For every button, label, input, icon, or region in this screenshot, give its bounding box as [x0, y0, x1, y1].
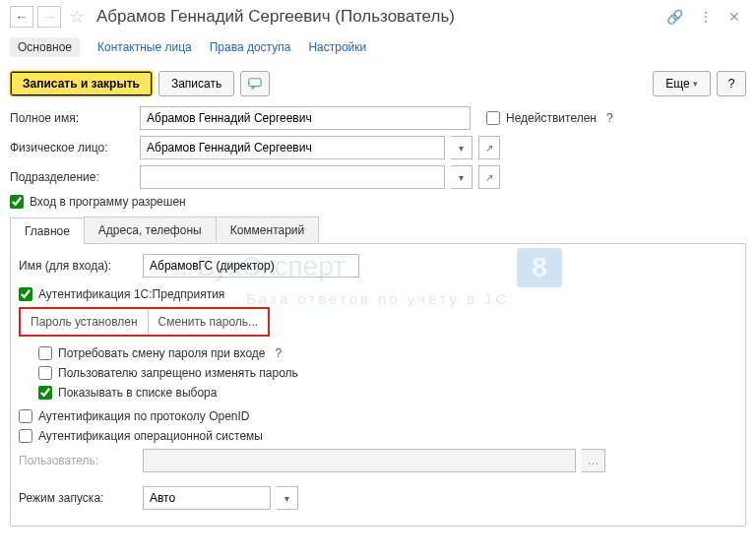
inactive-label: Недействителен: [506, 111, 597, 125]
dept-label: Подразделение:: [10, 170, 134, 184]
person-input[interactable]: [140, 136, 445, 159]
launchmode-label: Режим запуска:: [19, 491, 137, 505]
tab-contacts[interactable]: Контактные лица: [97, 37, 192, 57]
os-user-label: Пользователь:: [19, 454, 137, 467]
person-label: Физическое лицо:: [10, 141, 134, 155]
auth-1c-label: Аутентификация 1С:Предприятия: [38, 287, 224, 301]
subtab-addresses[interactable]: Адреса, телефоны: [84, 217, 217, 243]
require-pwd-change-label: Потребовать смену пароля при входе: [58, 346, 266, 360]
inactive-help-icon[interactable]: ?: [606, 111, 613, 125]
subtab-main[interactable]: Главное: [10, 217, 85, 244]
page-title: Абрамов Геннадий Сергеевич (Пользователь…: [96, 7, 657, 27]
loginname-input[interactable]: [143, 254, 359, 278]
kebab-icon[interactable]: ⋮: [699, 9, 713, 25]
password-status: Пароль установлен: [21, 309, 148, 335]
launchmode-input[interactable]: [143, 486, 271, 510]
sub-tabs: Главное Адреса, телефоны Комментарий: [10, 217, 746, 244]
more-button[interactable]: Еще ▾: [653, 71, 711, 96]
auth-os-label: Аутентификация операционной системы: [38, 429, 263, 443]
fullname-input[interactable]: [140, 106, 471, 130]
auth-os-checkbox[interactable]: [19, 429, 32, 443]
save-button[interactable]: Записать: [158, 71, 234, 96]
top-tabs: Основное Контактные лица Права доступа Н…: [0, 31, 756, 65]
discussion-button[interactable]: [240, 71, 270, 96]
close-icon[interactable]: ✕: [728, 9, 740, 25]
auth-openid-checkbox[interactable]: [19, 409, 32, 423]
launchmode-dropdown-button[interactable]: ▾: [277, 486, 298, 510]
person-dropdown-button[interactable]: ▾: [451, 136, 472, 159]
cannot-change-pwd-label: Пользователю запрещено изменять пароль: [58, 366, 298, 380]
favorite-icon[interactable]: ☆: [69, 6, 85, 28]
login-allowed-checkbox[interactable]: [10, 195, 24, 209]
show-in-list-checkbox[interactable]: [38, 386, 52, 400]
link-icon[interactable]: 🔗: [666, 9, 683, 25]
auth-openid-label: Аутентификация по протоколу OpenID: [38, 409, 250, 423]
show-in-list-label: Показывать в списке выбора: [58, 386, 217, 400]
save-close-button[interactable]: Записать и закрыть: [10, 71, 153, 96]
require-pwd-help-icon[interactable]: ?: [276, 346, 283, 360]
os-user-input: [143, 449, 576, 472]
help-button[interactable]: ?: [717, 71, 746, 96]
back-button[interactable]: ←: [10, 6, 33, 28]
svg-rect-0: [249, 79, 261, 87]
chat-icon: [248, 77, 262, 91]
person-open-button[interactable]: ↗: [478, 136, 500, 159]
tab-access[interactable]: Права доступа: [210, 37, 291, 57]
loginname-label: Имя (для входа):: [19, 259, 137, 273]
require-pwd-change-checkbox[interactable]: [38, 346, 52, 360]
tab-settings[interactable]: Настройки: [308, 37, 366, 57]
auth-1c-checkbox[interactable]: [19, 287, 32, 301]
os-user-pick-button: …: [582, 449, 605, 472]
tab-main[interactable]: Основное: [10, 37, 80, 57]
inactive-checkbox[interactable]: [486, 111, 500, 125]
subtab-comment[interactable]: Комментарий: [216, 217, 320, 243]
change-password-button[interactable]: Сменить пароль...: [148, 309, 269, 335]
cannot-change-pwd-checkbox[interactable]: [38, 366, 52, 380]
password-box: Пароль установлен Сменить пароль...: [19, 307, 270, 337]
dept-dropdown-button[interactable]: ▾: [451, 165, 472, 189]
login-allowed-label: Вход в программу разрешен: [30, 195, 186, 209]
forward-button[interactable]: →: [37, 6, 61, 28]
main-panel: Имя (для входа): Аутентификация 1С:Предп…: [10, 244, 746, 527]
dept-input[interactable]: [140, 165, 445, 189]
fullname-label: Полное имя:: [10, 111, 134, 125]
dept-open-button[interactable]: ↗: [478, 165, 500, 189]
